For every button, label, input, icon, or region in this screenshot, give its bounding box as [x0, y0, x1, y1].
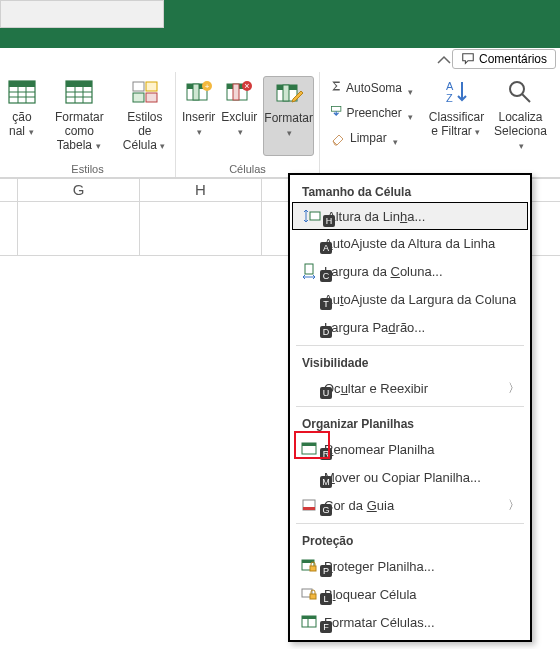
t: Altura da Linha...: [327, 209, 425, 224]
chevron-right-icon: 〉: [508, 497, 520, 514]
svg-rect-42: [310, 566, 316, 571]
menu-autofit-col[interactable]: T AutoAjuste da Largura da Coluna: [290, 285, 530, 313]
t: Inserir: [182, 110, 215, 124]
t: Classificar: [429, 110, 484, 124]
chevron-right-icon: 〉: [508, 380, 520, 397]
table-icon: [6, 76, 38, 108]
svg-rect-28: [283, 85, 289, 101]
menu-header-visibility: Visibilidade: [290, 350, 530, 374]
search-icon: [504, 76, 536, 108]
menu-lock-cell[interactable]: L Bloquear Célula: [290, 580, 530, 608]
insert-button[interactable]: + Inserir: [182, 76, 215, 156]
lock-icon: L: [300, 585, 318, 603]
collapse-ribbon-icon[interactable]: [436, 52, 452, 68]
format-cells-icon: F: [300, 613, 318, 631]
svg-point-32: [510, 82, 524, 96]
key: F: [320, 621, 332, 633]
svg-text:×: ×: [245, 81, 250, 91]
blank-icon: D: [300, 318, 318, 336]
chevron-down-icon: [27, 124, 35, 132]
menu-format-cells[interactable]: F Formatar Células...: [290, 608, 530, 636]
autosum-button[interactable]: AutoSoma: [326, 76, 418, 100]
svg-rect-1: [9, 81, 35, 87]
menu-column-width[interactable]: C Largura da Coluna...: [290, 257, 530, 285]
sort-filter-button[interactable]: AZ Classificar e Filtrar: [426, 76, 487, 156]
clear-button[interactable]: Limpar: [326, 126, 418, 150]
svg-text:A: A: [446, 80, 454, 92]
col-head-g[interactable]: G: [18, 179, 140, 201]
t: AutoAjuste da Altura da Linha: [324, 236, 495, 251]
t: Limpar: [350, 131, 387, 145]
menu-header-protection: Proteção: [290, 528, 530, 552]
comment-icon: [461, 52, 475, 66]
conditional-format-button[interactable]: ção nal: [6, 76, 38, 156]
svg-rect-13: [146, 82, 157, 91]
key: L: [320, 593, 332, 605]
t: ção: [12, 110, 31, 124]
chevron-down-icon: [393, 134, 401, 142]
table-icon: [63, 76, 95, 108]
insert-icon: +: [183, 76, 215, 108]
highlight-annotation: [294, 431, 330, 459]
t: Ocultar e Reexibir: [324, 381, 428, 396]
fill-button[interactable]: Preencher: [326, 101, 418, 125]
name-box[interactable]: [0, 0, 164, 28]
svg-rect-7: [66, 81, 92, 87]
menu-hide-unhide[interactable]: U Ocultar e Reexibir 〉: [290, 374, 530, 402]
format-as-table-button[interactable]: Formatar como Tabela: [44, 76, 115, 156]
protect-icon: P: [300, 557, 318, 575]
svg-rect-29: [332, 107, 341, 112]
key: A: [320, 242, 332, 254]
blank-icon: M: [300, 468, 318, 486]
blank-icon: U: [300, 379, 318, 397]
t: Estilos de: [121, 110, 169, 138]
fill-down-icon: [330, 105, 342, 121]
chevron-down-icon: [196, 124, 204, 132]
t: Formatar como: [44, 110, 115, 138]
menu-row-height[interactable]: H Altura da Linha...: [292, 202, 528, 230]
sigma-icon: [330, 80, 342, 96]
t: Bloquear Célula: [324, 587, 417, 602]
find-select-button[interactable]: Localiza Seleciona: [493, 76, 548, 156]
blank-icon: T: [300, 290, 318, 308]
cell-styles-icon: [129, 76, 161, 108]
t: Formatar: [264, 111, 313, 125]
format-dropdown-menu: Tamanho da Célula H Altura da Linha... A…: [288, 173, 532, 642]
col-width-icon: C: [300, 262, 318, 280]
menu-tab-color[interactable]: G Cor da Guia 〉: [290, 491, 530, 519]
menu-header-cell-size: Tamanho da Célula: [290, 179, 530, 203]
t: Renomear Planilha: [324, 442, 435, 457]
chevron-down-icon: [408, 84, 414, 92]
t: nal: [9, 124, 25, 138]
menu-move-copy-sheet[interactable]: M Mover ou Copiar Planilha...: [290, 463, 530, 491]
key: M: [320, 476, 332, 488]
key: G: [320, 504, 332, 516]
menu-protect-sheet[interactable]: P Proteger Planilha...: [290, 552, 530, 580]
comments-button[interactable]: Comentários: [452, 49, 556, 69]
format-icon: [273, 77, 305, 109]
t: Célula: [123, 138, 157, 152]
key: P: [320, 565, 332, 577]
chevron-down-icon: [286, 125, 294, 133]
svg-rect-35: [305, 264, 313, 274]
t: AutoAjuste da Largura da Coluna: [324, 292, 516, 307]
svg-rect-23: [233, 84, 239, 100]
menu-default-width[interactable]: D Largura Padrão...: [290, 313, 530, 341]
t: Tabela: [57, 138, 92, 152]
col-head-h[interactable]: H: [140, 179, 262, 201]
chevron-down-icon: [94, 138, 102, 146]
svg-rect-18: [193, 84, 199, 100]
t: Formatar Células...: [324, 615, 435, 630]
t: Largura Padrão...: [324, 320, 425, 335]
menu-autofit-row[interactable]: A AutoAjuste da Altura da Linha: [290, 229, 530, 257]
svg-text:Z: Z: [446, 92, 453, 104]
color-icon: G: [300, 496, 318, 514]
cell-styles-button[interactable]: Estilos de Célula: [121, 76, 169, 156]
t: Largura da Coluna...: [324, 264, 443, 279]
key: T: [320, 298, 332, 310]
format-button[interactable]: Formatar: [263, 76, 314, 156]
ribbon: ção nal Formatar como Tabela Estilos de …: [0, 72, 560, 178]
svg-rect-46: [302, 616, 316, 619]
key: U: [320, 387, 332, 399]
delete-button[interactable]: × Excluir: [221, 76, 257, 156]
